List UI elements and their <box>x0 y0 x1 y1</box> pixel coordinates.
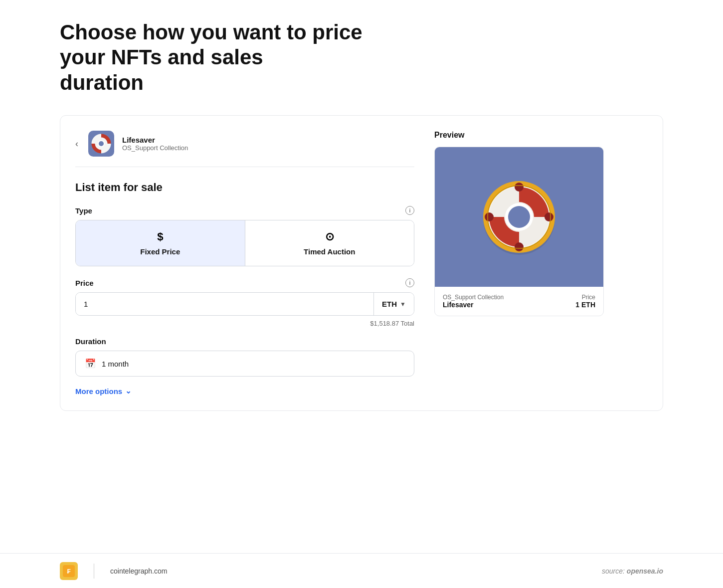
preview-price-value: 1 ETH <box>575 301 595 309</box>
preview-meta-right: Price 1 ETH <box>575 294 595 309</box>
preview-meta-left: OS_Support Collection Lifesaver <box>443 294 504 309</box>
type-label: Type i <box>75 206 414 215</box>
svg-point-12 <box>544 212 553 221</box>
footer-source-name: opensea.io <box>627 567 663 575</box>
price-total: $1,518.87 Total <box>75 320 414 327</box>
nft-info: Lifesaver OS_Support Collection <box>122 136 188 152</box>
duration-section: Duration 📅 1 month <box>75 337 414 377</box>
footer-site: cointelegraph.com <box>110 567 167 575</box>
fixed-price-option[interactable]: $ Fixed Price <box>76 220 245 266</box>
svg-point-14 <box>485 212 494 221</box>
duration-label: Duration <box>75 337 414 346</box>
svg-point-13 <box>515 242 524 251</box>
price-input[interactable] <box>76 293 373 315</box>
section-title: List item for sale <box>75 181 414 194</box>
more-options-label: More options <box>75 387 122 395</box>
back-arrow-icon[interactable]: ‹ <box>75 139 78 149</box>
preview-collection-name: OS_Support Collection <box>443 294 504 301</box>
type-section: Type i $ Fixed Price ⊙ Timed Auction <box>75 206 414 266</box>
price-field-wrap: ETH ▼ <box>75 292 414 316</box>
left-panel: ‹ Lifesaver OS_S <box>75 131 414 395</box>
footer-logo: ₣ cointelegraph.com <box>60 562 167 580</box>
price-section: Price i ETH ▼ $1,518.87 Total <box>75 278 414 327</box>
svg-point-11 <box>515 183 524 192</box>
preview-item-name: Lifesaver <box>443 301 504 309</box>
chevron-down-icon: ⌄ <box>125 387 132 395</box>
preview-title: Preview <box>434 131 604 140</box>
footer: ₣ cointelegraph.com source: opensea.io <box>0 553 723 588</box>
svg-point-10 <box>508 206 530 228</box>
type-options: $ Fixed Price ⊙ Timed Auction <box>75 220 414 266</box>
timed-auction-option[interactable]: ⊙ Timed Auction <box>245 220 414 266</box>
price-label: Price i <box>75 278 414 287</box>
duration-value: 1 month <box>102 360 129 368</box>
calendar-icon: 📅 <box>85 358 96 369</box>
footer-divider <box>94 564 94 579</box>
svg-text:₣: ₣ <box>67 568 70 575</box>
nft-name: Lifesaver <box>122 136 188 144</box>
nft-collection: OS_Support Collection <box>122 144 188 152</box>
main-container: Choose how you want to price your NFTs a… <box>0 0 723 431</box>
type-info-icon[interactable]: i <box>405 206 414 215</box>
main-card: ‹ Lifesaver OS_S <box>60 115 663 411</box>
auction-icon: ⊙ <box>325 230 334 243</box>
more-options-button[interactable]: More options ⌄ <box>75 387 132 395</box>
currency-label: ETH <box>382 300 397 308</box>
dollar-icon: $ <box>157 230 163 243</box>
preview-card: OS_Support Collection Lifesaver Price 1 … <box>434 147 604 316</box>
cointelegraph-logo-icon: ₣ <box>60 562 78 580</box>
duration-field[interactable]: 📅 1 month <box>75 351 414 377</box>
preview-image <box>435 147 603 287</box>
footer-source: source: opensea.io <box>602 567 663 575</box>
page-title: Choose how you want to price your NFTs a… <box>60 20 409 95</box>
svg-point-3 <box>99 141 104 146</box>
price-input-row: ETH ▼ <box>75 292 414 316</box>
fixed-price-label: Fixed Price <box>140 247 180 256</box>
price-info-icon[interactable]: i <box>405 278 414 287</box>
nft-header: ‹ Lifesaver OS_S <box>75 131 414 167</box>
timed-auction-label: Timed Auction <box>304 247 355 256</box>
currency-select[interactable]: ETH ▼ <box>373 293 414 315</box>
chevron-down-icon: ▼ <box>400 301 406 308</box>
nft-thumbnail <box>88 131 114 157</box>
preview-meta: OS_Support Collection Lifesaver Price 1 … <box>435 287 603 316</box>
right-panel: Preview <box>434 131 604 395</box>
preview-price-label: Price <box>575 294 595 301</box>
